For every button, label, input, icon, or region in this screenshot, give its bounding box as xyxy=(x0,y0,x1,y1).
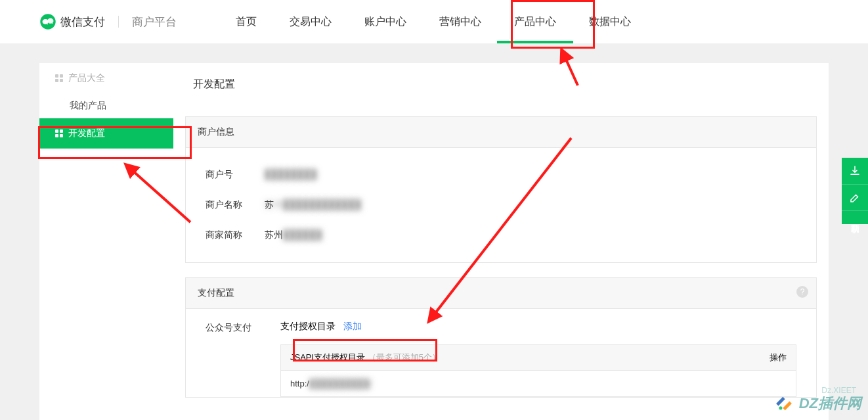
pay-panel-header: 支付配置 ? xyxy=(186,278,816,309)
nav-marketing[interactable]: 营销中心 xyxy=(439,3,481,41)
watermark: DZ插件网 xyxy=(773,392,861,415)
merchant-name-row: 商户名称 苏苏州████████████ xyxy=(206,190,796,220)
watermark-icon xyxy=(773,392,795,415)
svg-point-4 xyxy=(779,406,782,409)
merchant-name-label: 商户名称 xyxy=(206,199,265,211)
auth-dir-line: 支付授权目录 添加 xyxy=(280,321,796,333)
nav-home[interactable]: 首页 xyxy=(236,3,257,41)
brand-block: 微信支付 商户平台 xyxy=(39,13,177,30)
brand-name: 微信支付 xyxy=(60,14,105,30)
nav-product[interactable]: 产品中心 xyxy=(514,3,556,41)
merchant-id-value: ████████ xyxy=(265,169,316,181)
jsapi-header: JSAPI支付授权目录 （最多可添加5个） 操作 xyxy=(281,345,796,371)
jsapi-hint: （最多可添加5个） xyxy=(368,352,441,362)
right-toolbar: 获取帮助 xyxy=(842,158,868,224)
jsapi-url-value: ██████████/ xyxy=(309,379,372,388)
help-icon[interactable]: ? xyxy=(796,286,808,298)
jsapi-table: JSAPI支付授权目录 （最多可添加5个） 操作 http:/ ████████… xyxy=(280,344,796,397)
jsapi-entry: http:/ ██████████/ xyxy=(281,371,796,396)
grid-icon xyxy=(55,74,63,82)
merchant-info-panel: 商户信息 商户号 ████████ 商户名称 苏苏州████████████ 商… xyxy=(185,116,817,263)
public-pay-label: 公众号支付 xyxy=(206,321,265,334)
brand-sub: 商户平台 xyxy=(132,14,177,30)
add-link[interactable]: 添加 xyxy=(343,321,362,333)
sidebar-active-label: 开发配置 xyxy=(68,128,105,139)
merchant-short-row: 商家简称 苏州██████ xyxy=(206,220,796,250)
auth-dir-label: 支付授权目录 xyxy=(280,321,336,333)
download-button[interactable] xyxy=(842,158,868,184)
nav-data[interactable]: 数据中心 xyxy=(589,3,631,41)
nav-account[interactable]: 账户中心 xyxy=(364,3,406,41)
nav-transaction[interactable]: 交易中心 xyxy=(290,3,332,41)
merchant-short-label: 商家简称 xyxy=(206,229,265,241)
sidebar: 产品大全 我的产品 开发配置 xyxy=(39,63,173,420)
wechat-pay-icon xyxy=(39,13,56,30)
main-content: 开发配置 商户信息 商户号 ████████ 商户名称 苏苏州█████████… xyxy=(173,63,829,420)
sidebar-item-dev-config[interactable]: 开发配置 xyxy=(39,118,173,149)
merchant-name-value: 苏苏州████████████ xyxy=(265,199,361,211)
jsapi-title: JSAPI支付授权目录 xyxy=(290,352,365,362)
brand-separator xyxy=(118,16,119,28)
edit-button[interactable] xyxy=(842,184,868,210)
jsapi-url-prefix: http:/ xyxy=(290,379,309,388)
merchant-id-row: 商户号 ████████ xyxy=(206,160,796,190)
top-navbar: 微信支付 商户平台 首页 交易中心 账户中心 营销中心 产品中心 数据中心 xyxy=(0,0,868,43)
pay-config-panel: 支付配置 ? 公众号支付 支付授权目录 添加 JSAPI支付授权目录 （最多可添… xyxy=(185,277,817,398)
jsapi-op-col: 操作 xyxy=(770,352,787,363)
grid-icon xyxy=(55,129,63,137)
sidebar-category[interactable]: 产品大全 xyxy=(39,63,173,93)
merchant-id-label: 商户号 xyxy=(206,169,265,181)
pay-panel-title: 支付配置 xyxy=(198,287,234,298)
sidebar-category-label: 产品大全 xyxy=(68,72,105,84)
page-title: 开发配置 xyxy=(173,63,829,106)
main-nav: 首页 交易中心 账户中心 营销中心 产品中心 数据中心 xyxy=(236,3,631,41)
merchant-panel-header: 商户信息 xyxy=(186,117,816,148)
sidebar-item-my-products[interactable]: 我的产品 xyxy=(39,93,173,118)
get-help-button[interactable]: 获取帮助 xyxy=(842,210,868,224)
watermark-text: DZ插件网 xyxy=(799,394,861,413)
merchant-short-value: 苏州██████ xyxy=(265,229,322,241)
